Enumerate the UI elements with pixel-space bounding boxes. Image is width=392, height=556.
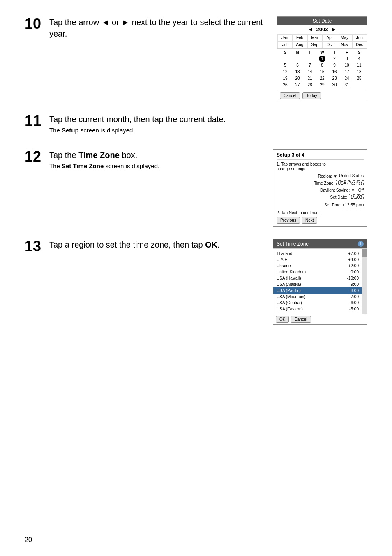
step-13-content: Tap a region to set the time zone, then … bbox=[49, 239, 367, 325]
calendar-cancel-button[interactable]: Cancel bbox=[280, 92, 300, 99]
day-header-s1: S bbox=[279, 50, 291, 55]
step-number-10: 10 bbox=[25, 16, 49, 101]
calendar-months: Jan Feb Mar Apr May Jun Jul Aug Sep Oct … bbox=[277, 34, 367, 49]
timezone-value[interactable]: USA (Pacific) bbox=[336, 180, 364, 186]
calendar-week4: 19 20 21 22 23 24 25 bbox=[279, 75, 365, 82]
setup-settime-row: Set Time: 12:55 pm bbox=[277, 202, 364, 208]
step-13: 13 Tap a region to set the time zone, th… bbox=[25, 239, 367, 325]
day-header-f: F bbox=[341, 50, 353, 55]
tz-list: Thailand +7:00 U.A.E. +4:00 Ukraine +2:0… bbox=[273, 249, 362, 314]
step-12-text: Tap the Time Zone box. The Set Time Zone… bbox=[49, 149, 261, 173]
setup-widget: Setup 3 of 4 1. Tap arrows and boxes to … bbox=[273, 149, 367, 227]
setup-daylight-row: Daylight Saving: ▼ Off bbox=[277, 188, 364, 192]
month-sep[interactable]: Sep bbox=[307, 41, 322, 48]
month-jul[interactable]: Jul bbox=[277, 41, 292, 48]
step-13-widget: Set Time Zone i Thailand +7:00 U.A.E. +4… bbox=[273, 239, 367, 325]
setup-footer-instruction: 2. Tap Next to continue. bbox=[277, 211, 364, 215]
tz-scrollbar[interactable] bbox=[362, 249, 367, 314]
prev-year-arrow[interactable]: ◄ bbox=[308, 26, 313, 32]
step-12-content: Tap the Time Zone box. The Set Time Zone… bbox=[49, 149, 367, 227]
step-11-content: Tap the current month, then tap the curr… bbox=[49, 114, 367, 137]
calendar-widget: Set Date ◄ 2003 ► Jan Feb Mar Apr May Ju… bbox=[277, 16, 367, 101]
next-button[interactable]: Next bbox=[302, 217, 318, 224]
next-year-arrow[interactable]: ► bbox=[331, 26, 337, 32]
calendar-week3: 12 13 14 15 16 17 18 bbox=[279, 69, 365, 75]
step-12-layout: Tap the Time Zone box. The Set Time Zone… bbox=[49, 149, 367, 227]
month-mar[interactable]: Mar bbox=[307, 34, 322, 41]
month-may[interactable]: May bbox=[337, 34, 352, 41]
step-13-layout: Tap a region to set the time zone, then … bbox=[49, 239, 367, 325]
tz-info-icon[interactable]: i bbox=[358, 241, 364, 247]
calendar-grid: S M T W T F S 1 2 bbox=[277, 49, 367, 90]
calendar-week5: 26 27 28 29 30 31 bbox=[279, 82, 365, 88]
tz-header-title: Set Time Zone bbox=[277, 241, 309, 247]
tz-row-uk[interactable]: United Kingdom 0:00 bbox=[273, 269, 362, 275]
daylight-value[interactable]: Off bbox=[358, 188, 364, 192]
month-apr[interactable]: Apr bbox=[322, 34, 337, 41]
calendar-days-header: S M T W T F S bbox=[279, 50, 365, 55]
tz-row-usa-alaska[interactable]: USA (Alaska) -9:00 bbox=[273, 281, 362, 287]
setup-region-row: Region: ▼ United States bbox=[277, 174, 364, 178]
tz-row-ukraine[interactable]: Ukraine +2:00 bbox=[273, 263, 362, 269]
day-header-s2: S bbox=[353, 50, 365, 55]
tz-row-usa-mountain[interactable]: USA (Mountain) -7:00 bbox=[273, 294, 362, 300]
region-label: Region: ▼ bbox=[318, 174, 337, 178]
month-oct[interactable]: Oct bbox=[322, 41, 337, 48]
setdate-label: Set Date: bbox=[330, 195, 347, 199]
step-number-12: 12 bbox=[25, 149, 49, 227]
tz-ok-button[interactable]: OK bbox=[276, 316, 289, 323]
tz-list-container: Thailand +7:00 U.A.E. +4:00 Ukraine +2:0… bbox=[273, 248, 367, 314]
step-11-subtitle: The Setup screen is displayed. bbox=[49, 127, 367, 134]
timezone-label: Time Zone: bbox=[314, 181, 334, 185]
setup-timezone-row: Time Zone: USA (Pacific) bbox=[277, 180, 364, 186]
calendar-week1: 1 2 3 4 bbox=[279, 56, 365, 62]
month-aug[interactable]: Aug bbox=[292, 41, 307, 48]
settime-value[interactable]: 12:55 pm bbox=[343, 202, 364, 208]
month-jun[interactable]: Jun bbox=[352, 34, 367, 41]
tz-cancel-button[interactable]: Cancel bbox=[291, 316, 311, 323]
step-12: 12 Tap the Time Zone box. The Set Time Z… bbox=[25, 149, 367, 227]
timezone-widget: Set Time Zone i Thailand +7:00 U.A.E. +4… bbox=[273, 239, 367, 325]
setup-buttons: Previous Next bbox=[277, 217, 364, 224]
settime-label: Set Time: bbox=[324, 203, 341, 207]
tz-scroll-thumb[interactable] bbox=[362, 249, 367, 257]
tz-row-usa-central[interactable]: USA (Central) -6:00 bbox=[273, 300, 362, 306]
daylight-label: Daylight Saving: ▼ bbox=[320, 188, 355, 192]
setdate-value[interactable]: 1/1/03 bbox=[349, 194, 364, 200]
step-10-widget: Set Date ◄ 2003 ► Jan Feb Mar Apr May Ju… bbox=[277, 16, 367, 101]
step-12-widget: Setup 3 of 4 1. Tap arrows and boxes to … bbox=[273, 149, 367, 227]
setup-setdate-row: Set Date: 1/1/03 bbox=[277, 194, 364, 200]
setup-instruction1: 1. Tap arrows and boxes to change settin… bbox=[277, 162, 364, 171]
step-11: 11 Tap the current month, then tap the c… bbox=[25, 114, 367, 137]
calendar-year: 2003 bbox=[316, 26, 328, 32]
tz-row-usa-eastern[interactable]: USA (Eastern) -5:00 bbox=[273, 306, 362, 312]
step-13-title: Tap a region to set the time zone, then … bbox=[49, 239, 261, 250]
region-value[interactable]: United States bbox=[339, 174, 364, 178]
tz-row-usa-pacific[interactable]: USA (Pacific) -8:00 bbox=[273, 287, 362, 294]
calendar-footer: Cancel Today bbox=[277, 90, 367, 101]
tz-footer: OK Cancel bbox=[273, 314, 367, 324]
calendar-today-button[interactable]: Today bbox=[302, 92, 321, 99]
month-feb[interactable]: Feb bbox=[292, 34, 307, 41]
step-10-content: Tap the arrow ◄ or ► next to the year to… bbox=[49, 16, 367, 101]
step-10: 10 Tap the arrow ◄ or ► next to the year… bbox=[25, 16, 367, 101]
step-11-title: Tap the current month, then tap the curr… bbox=[49, 114, 367, 125]
month-nov[interactable]: Nov bbox=[337, 41, 352, 48]
calendar-week2: 5 6 7 8 9 10 11 bbox=[279, 62, 365, 69]
tz-row-usa-hawaii[interactable]: USA (Hawaii) -10:00 bbox=[273, 275, 362, 281]
tz-header: Set Time Zone i bbox=[273, 239, 367, 248]
tz-row-uae[interactable]: U.A.E. +4:00 bbox=[273, 257, 362, 263]
month-dec[interactable]: Dec bbox=[352, 41, 367, 48]
step-12-title: Tap the Time Zone box. bbox=[49, 149, 261, 161]
day-header-t2: T bbox=[328, 50, 341, 55]
tz-row-thailand[interactable]: Thailand +7:00 bbox=[273, 250, 362, 257]
step-10-layout: Tap the arrow ◄ or ► next to the year to… bbox=[49, 16, 367, 101]
day-header-t1: T bbox=[304, 50, 316, 55]
month-jan[interactable]: Jan bbox=[277, 34, 292, 41]
step-10-text: Tap the arrow ◄ or ► next to the year to… bbox=[49, 16, 265, 41]
previous-button[interactable]: Previous bbox=[277, 217, 300, 224]
setup-header: Setup 3 of 4 bbox=[277, 152, 364, 160]
step-12-subtitle: The Set Time Zone screen is displayed. bbox=[49, 162, 261, 169]
day-header-w: W bbox=[316, 50, 328, 55]
calendar-header: Set Date bbox=[277, 17, 367, 25]
